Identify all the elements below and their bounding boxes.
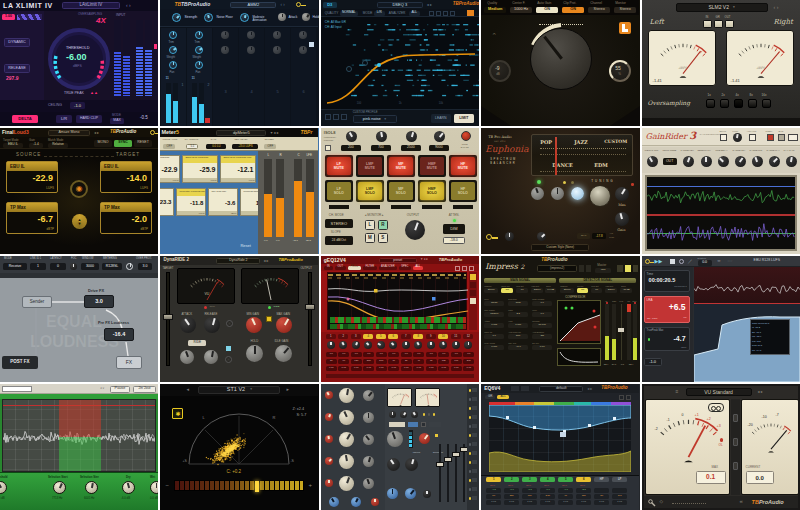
knob-label: TARGET LEV: [681, 149, 694, 151]
lmf-solo-button: LMF SOLO: [356, 180, 384, 202]
tile-gainrider3[interactable]: GainRider 3 GAIN DETECTION Speed Force A…: [642, 128, 800, 254]
band-indicator: [329, 205, 349, 209]
box-title: True Peak Max: [211, 190, 237, 192]
band-toggle: 4: [540, 477, 555, 482]
mix-knob: [387, 488, 398, 499]
meter-value: -24.1: [611, 363, 616, 365]
band-gain-value: -7.5: [522, 488, 537, 493]
band-knob: [327, 341, 335, 349]
q-knob: [363, 412, 374, 423]
loudness-box: Integrated Loudness -22.9 LUFS: [160, 155, 180, 183]
chevron-up-icon: ⌃: [491, 32, 497, 39]
button-label: Force: [733, 130, 739, 132]
band-gain: 0.0: [363, 352, 374, 357]
tile-geq12v4[interactable]: gEQ12V4 preset ▾ ◂ ▸ TBProAudio IN OUT P…: [321, 256, 479, 382]
freq-tick: 10k: [439, 103, 443, 106]
channel-mode-button: L/R: [56, 115, 72, 123]
toolbar-icon: [619, 395, 624, 400]
band-toggle: 6: [576, 477, 591, 482]
tile-dpmeter5[interactable]: Meter5 dpMeter5 ▾ ◂ ▸ TBPr WRITE AUTO. O…: [160, 128, 318, 254]
os-1x-label: 1x: [708, 94, 711, 97]
knob: [769, 156, 780, 167]
param-value: ON: [501, 288, 513, 293]
all-chip: ALL: [497, 395, 509, 400]
band-header: 9: [426, 334, 436, 339]
clip-led: [204, 306, 207, 309]
band-header: 5: [376, 334, 386, 339]
band-freq-value: 30: [594, 494, 609, 499]
hard-clip-button: HARD CLIP: [76, 115, 102, 123]
low-knob-value: -9: [495, 66, 499, 71]
meter-value: -7.8: [620, 363, 624, 365]
toolbar-icon: [443, 11, 448, 16]
tile-console-strip[interactable]: INPUT OUTPUT: [321, 384, 479, 510]
connector-line: [44, 156, 114, 157]
key-icon: [486, 234, 492, 240]
idle-gain-knob: [275, 345, 292, 362]
meter-label: C: [297, 154, 299, 157]
tile-eq6v4[interactable]: EQ6V4 default ◂ ▸ TBProAudio GR ALL 1 2 …: [481, 384, 639, 510]
band-header: 4: [363, 334, 373, 339]
toolbar-icon: [469, 266, 474, 271]
band-freq-value: 19k: [612, 494, 627, 499]
brand-line: TB Pro Audio: [488, 136, 512, 140]
out-meter-l: [136, 20, 143, 96]
plugin-title: EQ6V4: [484, 386, 500, 391]
tile-tilt-oneknob[interactable]: Quality Medium Center F. 1000 Hz Auto Ga…: [481, 0, 639, 126]
band-freq-value: 800: [522, 494, 537, 499]
target-icon: ◉: [70, 180, 88, 198]
lra-value: +6.5: [669, 303, 686, 312]
param-value: 80: [591, 288, 602, 293]
tile-euphonia[interactable]: TB Pro Audio EST. 2012 Euphonia III SPEC…: [481, 128, 639, 254]
led: [469, 470, 472, 473]
release-label: RELEASE: [204, 313, 217, 316]
preset-box: DynaRide 2: [216, 258, 260, 264]
strip-number: 4: [250, 90, 252, 94]
param-label: Low Cut: [516, 285, 523, 287]
tile-dynaride2[interactable]: DynaRIDE 2 DynaRide 2 ◂ ▸ TBProAudio TAR…: [160, 256, 318, 382]
atten-label: ATTEN.: [449, 214, 459, 217]
gain-knob: [325, 391, 333, 399]
tile-la-xlimit-iv[interactable]: LA XLIMIT IV LAxLimit IV ‹ › 1.00 DYNAMI…: [0, 0, 158, 126]
chevron-down-icon: ▼: [384, 118, 387, 121]
tile-loudness-meter[interactable]: ▶▶ ／ Duration 0.0 ∞ ◌◌ EBU R128 LUFS Tim…: [642, 256, 800, 382]
bottom-icon: [341, 114, 347, 120]
duration-value: 0.0: [698, 260, 712, 266]
ref-level-value: -23.0 LUFS: [232, 144, 258, 149]
tile-amm2[interactable]: TBTBProAudio AMM2 ‹ › Strength Noise Flo…: [160, 0, 318, 126]
meter-unit: dBFS: [679, 67, 687, 70]
lra-label: LRA: [647, 299, 653, 302]
tile-mvmeter2[interactable]: ≡ VU Standard ◂ ▸ -2 -1 0 +1 +2 +3 OL MA…: [642, 384, 800, 510]
toolbar-icon: [429, 11, 434, 16]
tile-slm2[interactable]: SLM2 V2▾ ‹ › IN GR OUT Left Right dBFS -…: [642, 0, 800, 126]
out-meter: [633, 304, 637, 360]
tile-finalloud3[interactable]: FinalLoud3 Amaze Mono ◂ ▸ TBProAudio Tar…: [0, 128, 158, 254]
quality-label: QUALITY: [325, 12, 339, 15]
button-chip: [472, 451, 477, 455]
tile-isol8[interactable]: ISOL8 FREQUENCY MONITOR 200 700 2500 900…: [321, 128, 479, 254]
all-chip: ALL: [413, 266, 423, 271]
brand-logo: TBProAudio: [439, 258, 462, 262]
channel-meter-r: [276, 159, 284, 237]
param-value: Stereo: [560, 288, 574, 293]
release-knob: [405, 458, 418, 471]
source-ebu-panel: EBU IL -22.9 LUFS: [6, 161, 58, 193]
meter-value: -1.41: [731, 79, 740, 83]
knob-label: Selection Size: [80, 476, 99, 479]
target-mode-label: Target Mode: [3, 139, 19, 142]
menu-icon: ≡: [676, 389, 679, 394]
param-label: Dry Mix: [532, 342, 539, 344]
tile-dseq3[interactable]: D3 DSEQ 3 ◂ ▸ TBProAudio QUALITY NORMAL …: [321, 0, 479, 126]
param-value: Real: [508, 301, 528, 306]
tile-st1[interactable]: ◂ ST1 V2▾ ▸ ✱ L R +S -S Z: x2.4 S: 5.7 C…: [160, 384, 318, 510]
button-label: Speed: [720, 130, 726, 132]
tile-impress2[interactable]: TBProAudio Impress 2 (impress2) Master I…: [481, 256, 639, 382]
brand-logo: TBProAudio: [110, 130, 136, 135]
right-meter-label: Right: [774, 19, 793, 26]
auto-hold-button: [749, 134, 756, 141]
preset-box: (impress2): [537, 265, 577, 272]
tile-spectral-select[interactable]: ∧∨ Pause 2in 2out Threshold -12.0 dB Sel…: [0, 384, 158, 510]
stop-icon: [670, 259, 675, 264]
preset-arrows-icon: ◂ ▸: [263, 259, 268, 263]
tile-ablm2[interactable]: MODE Receive LINK ID 1 1 LATENCY 0 FOC W…: [0, 256, 158, 382]
